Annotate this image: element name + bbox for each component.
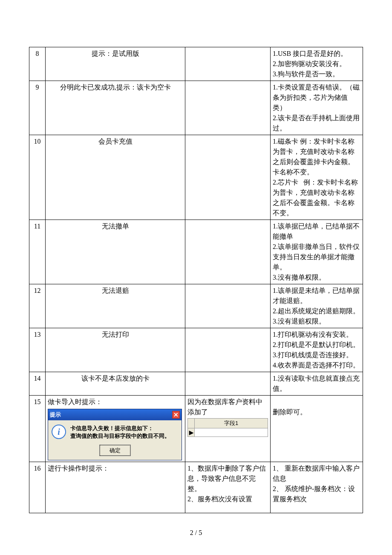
question-cell: 提示：是试用版	[46, 47, 185, 81]
question-cell: 无法撤单	[46, 220, 185, 284]
row-number: 10	[29, 135, 46, 220]
answer-cell: 删除即可。	[271, 396, 363, 462]
question-cell: 分明此卡已发成功,提示：该卡为空卡	[46, 81, 185, 135]
table-row: 13 无法打印 1.打印机驱动有没有安装。 2.打印机是不是默认打印机。 3.打…	[29, 328, 363, 372]
cause-cell	[185, 135, 271, 220]
answer-cell: 1.卡类设置是否有错误。（磁条为折扣类，芯片为储值类） 2.该卡是否在手持机上面…	[271, 81, 363, 135]
table-row: 14 该卡不是本店发放的卡 1.没有读取卡信息就直接点充值。	[29, 372, 363, 396]
answer-cell: 1.没有读取卡信息就直接点充值。	[271, 372, 363, 396]
cause-cell: 因为在数据库客户资料中添加了 字段1 ▶	[185, 396, 271, 462]
page-number: 2 / 5	[0, 528, 392, 538]
cause-cell	[185, 220, 271, 284]
table-row: 8 提示：是试用版 1.USB 接口是否是好的。 2.加密狗驱动安装没有。 3.…	[29, 47, 363, 81]
db-empty-cell	[195, 428, 268, 437]
row-number: 9	[29, 81, 46, 135]
table-row: 11 无法撤单 1.该单据已结单，已结单据不能撤单 2.该单据非撤单当日，软件仅…	[29, 220, 363, 284]
cause-cell	[185, 47, 271, 81]
row-marker-icon: ▶	[188, 428, 195, 437]
row15-cause-text: 因为在数据库客户资料中添加了	[187, 397, 268, 417]
row15-intro-text: 做卡导入时提示：	[48, 397, 183, 407]
cause-cell	[185, 284, 271, 328]
answer-cell: 1.该单据是未结单，已结单据才能退赔。 2.超出系统规定的退赔期限。 3.没有退…	[271, 284, 363, 328]
table-row: 10 会员卡充值 1.磁条卡 例：发卡时卡名称为普卡，充值时改动卡名称之后则会覆…	[29, 135, 363, 220]
close-icon[interactable]: ✕	[172, 411, 180, 419]
question-cell: 会员卡充值	[46, 135, 185, 220]
question-cell: 做卡导入时提示： 提示 ✕ i 卡信息导入失败！提示信息如下：	[46, 396, 185, 462]
document-page: 8 提示：是试用版 1.USB 接口是否是好的。 2.加密狗驱动安装没有。 3.…	[0, 0, 392, 555]
row-number: 11	[29, 220, 46, 284]
answer-cell: 1.USB 接口是否是好的。 2.加密狗驱动安装没有。 3.狗与软件是否一致。	[271, 47, 363, 81]
row-number: 12	[29, 284, 46, 328]
dialog-title-text: 提示	[50, 410, 61, 419]
answer-cell: 1.打印机驱动有没有安装。 2.打印机是不是默认打印机。 3.打印机线缆是否连接…	[271, 328, 363, 372]
row-number: 15	[29, 396, 46, 462]
answer-cell: 1.磁条卡 例：发卡时卡名称为普卡，充值时改动卡名称之后则会覆盖掉卡内金额。卡名…	[271, 135, 363, 220]
question-cell: 无法打印	[46, 328, 185, 372]
question-cell: 该卡不是本店发放的卡	[46, 372, 185, 396]
question-cell: 无法退赔	[46, 284, 185, 328]
table-row: 16 进行卡操作时提示： 1、数据库中删除了客户信息，导致客户信息不完整。 2、…	[29, 462, 363, 513]
cause-cell	[185, 372, 271, 396]
cause-cell: 1、数据库中删除了客户信息，导致客户信息不完整。 2、服务档次没有设置	[185, 462, 271, 513]
table-row: 9 分明此卡已发成功,提示：该卡为空卡 1.卡类设置是否有错误。（磁条为折扣类，…	[29, 81, 363, 135]
table-row: 12 无法退赔 1.该单据是未结单，已结单据才能退赔。 2.超出系统规定的退赔期…	[29, 284, 363, 328]
row-number: 16	[29, 462, 46, 513]
prompt-dialog: 提示 ✕ i 卡信息导入失败！提示信息如下： 查询值的数目与目标字段中的数目不同…	[48, 409, 182, 460]
row-number: 8	[29, 47, 46, 81]
dialog-titlebar: 提示 ✕	[48, 409, 182, 420]
db-grid-row: ▶	[187, 428, 268, 437]
answer-cell: 1、 重新在数据库中输入客户信息 2、 系统维护-服务档次：设置服务档次	[271, 462, 363, 513]
dialog-body: i 卡信息导入失败！提示信息如下： 查询值的数目与目标字段中的数目不同。	[48, 420, 182, 443]
dialog-button-row: 确定	[48, 443, 182, 460]
db-column-header: 字段1	[195, 419, 268, 428]
info-icon: i	[52, 425, 66, 439]
row-number: 13	[29, 328, 46, 372]
table-row: 15 做卡导入时提示： 提示 ✕ i 卡信	[29, 396, 363, 462]
answer-cell: 1.该单据已结单，已结单据不能撤单 2.该单据非撤单当日，软件仅支持当日发生的单…	[271, 220, 363, 284]
cause-cell	[185, 328, 271, 372]
db-grid-header: 字段1	[187, 418, 268, 428]
db-grid: 字段1 ▶	[187, 418, 268, 437]
row-number: 14	[29, 372, 46, 396]
cause-cell	[185, 81, 271, 135]
dialog-message: 卡信息导入失败！提示信息如下： 查询值的数目与目标字段中的数目不同。	[70, 425, 170, 440]
question-cell: 进行卡操作时提示：	[46, 462, 185, 513]
db-header-spacer	[188, 419, 195, 428]
faq-table: 8 提示：是试用版 1.USB 接口是否是好的。 2.加密狗驱动安装没有。 3.…	[29, 47, 363, 513]
ok-button[interactable]: 确定	[100, 445, 130, 456]
